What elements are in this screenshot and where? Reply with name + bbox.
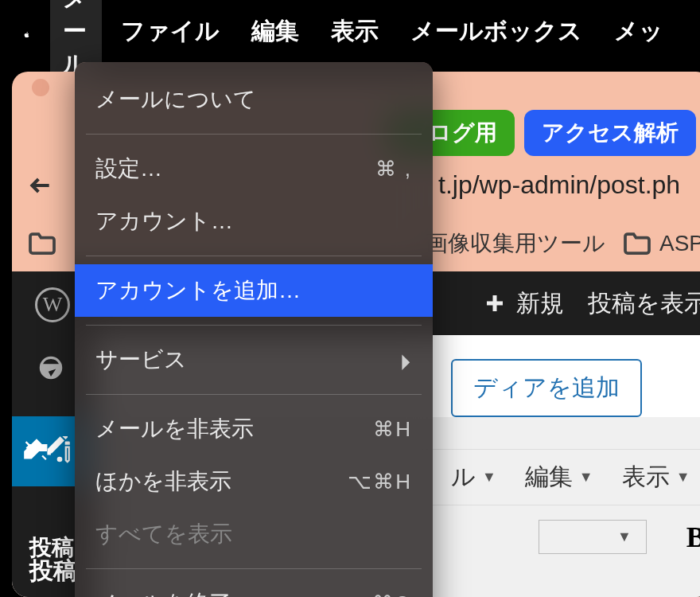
menu-quit-mail[interactable]: メールを終了 ⌘Q bbox=[75, 577, 433, 597]
paragraph-dropdown[interactable]: ▼ bbox=[539, 520, 647, 554]
menu-about-mail[interactable]: メールについて bbox=[75, 73, 433, 126]
folder-icon bbox=[623, 232, 651, 256]
back-arrow-icon[interactable] bbox=[28, 173, 53, 198]
menubar-message[interactable]: メッ bbox=[601, 7, 676, 56]
toolbar-display[interactable]: 表示▼ bbox=[622, 461, 690, 494]
menubar-edit[interactable]: 編集 bbox=[239, 7, 312, 56]
shortcut-label: ⌥⌘H bbox=[348, 470, 412, 494]
mail-app-menu: メールについて 設定… ⌘ , アカウント… アカウントを追加… サービス メー… bbox=[75, 62, 433, 597]
menubar-file[interactable]: ファイル bbox=[108, 7, 232, 56]
plus-icon bbox=[483, 291, 507, 315]
wp-new-button[interactable]: 新規 bbox=[483, 287, 564, 320]
menu-settings[interactable]: 設定… ⌘ , bbox=[75, 142, 433, 195]
menu-separator bbox=[86, 568, 422, 569]
menu-services[interactable]: サービス bbox=[75, 334, 433, 386]
folder-icon bbox=[28, 232, 56, 256]
bookmark-image-tool[interactable]: 画像収集用ツール bbox=[426, 228, 605, 259]
url-text[interactable]: t.jp/wp-admin/post.ph bbox=[438, 170, 680, 200]
menubar-view[interactable]: 表示 bbox=[318, 7, 391, 56]
chevron-right-icon bbox=[401, 351, 412, 369]
menu-hide-mail[interactable]: メールを非表示 ⌘H bbox=[75, 403, 433, 455]
tab-analytics[interactable]: アクセス解析 bbox=[524, 110, 696, 156]
menubar-mailbox[interactable]: メールボックス bbox=[398, 7, 595, 56]
macos-menubar: メール ファイル 編集 表示 メールボックス メッ bbox=[0, 0, 700, 62]
bookmark-asp[interactable]: ASP bbox=[623, 231, 700, 256]
menu-hide-others[interactable]: ほかを非表示 ⌥⌘H bbox=[75, 455, 433, 508]
menu-separator bbox=[86, 256, 422, 256]
shortcut-label: ⌘ , bbox=[375, 157, 412, 181]
wordpress-logo-icon[interactable]: W bbox=[35, 287, 70, 322]
toolbar-file[interactable]: ル▼ bbox=[451, 461, 496, 494]
wp-view-post[interactable]: 投稿を表示 bbox=[588, 287, 700, 320]
apple-logo-icon[interactable] bbox=[24, 16, 29, 46]
close-window-button[interactable] bbox=[32, 79, 49, 96]
menu-separator bbox=[86, 325, 422, 326]
menu-accounts[interactable]: アカウント… bbox=[75, 195, 433, 248]
menu-separator bbox=[86, 394, 422, 395]
toolbar-edit[interactable]: 編集▼ bbox=[525, 461, 593, 494]
menu-add-account[interactable]: アカウントを追加… bbox=[75, 264, 433, 317]
bold-button[interactable]: B bbox=[686, 521, 700, 554]
menu-separator bbox=[86, 134, 422, 135]
shortcut-label: ⌘Q bbox=[372, 591, 412, 598]
add-media-button[interactable]: ディアを追加 bbox=[451, 359, 642, 417]
dashboard-icon[interactable] bbox=[36, 353, 69, 386]
shortcut-label: ⌘H bbox=[373, 417, 412, 442]
menu-show-all: すべてを表示 bbox=[75, 508, 433, 560]
